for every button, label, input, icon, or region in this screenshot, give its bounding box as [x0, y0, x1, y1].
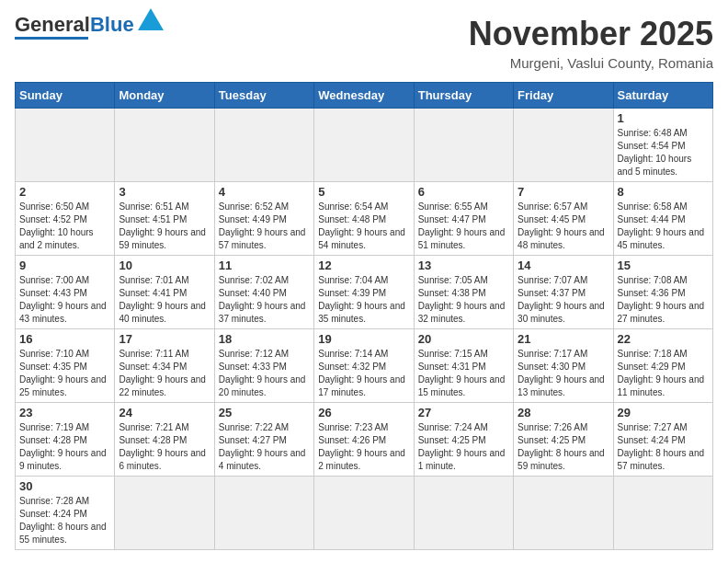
calendar-cell: 7Sunrise: 6:57 AM Sunset: 4:45 PM Daylig… [514, 182, 613, 256]
calendar-cell: 16Sunrise: 7:10 AM Sunset: 4:35 PM Dayli… [16, 329, 115, 403]
calendar-cell: 30Sunrise: 7:28 AM Sunset: 4:24 PM Dayli… [16, 477, 115, 550]
calendar-cell: 20Sunrise: 7:15 AM Sunset: 4:31 PM Dayli… [414, 329, 513, 403]
calendar-cell [16, 109, 115, 182]
day-number: 7 [518, 185, 609, 199]
calendar-cell: 4Sunrise: 6:52 AM Sunset: 4:49 PM Daylig… [214, 182, 313, 256]
day-info: Sunrise: 7:24 AM Sunset: 4:25 PM Dayligh… [418, 421, 509, 473]
day-info: Sunrise: 7:00 AM Sunset: 4:43 PM Dayligh… [19, 274, 110, 326]
day-info: Sunrise: 7:26 AM Sunset: 4:25 PM Dayligh… [518, 421, 609, 473]
logo-triangle-icon [138, 8, 164, 30]
day-info: Sunrise: 6:57 AM Sunset: 4:45 PM Dayligh… [518, 201, 609, 252]
day-info: Sunrise: 7:10 AM Sunset: 4:35 PM Dayligh… [19, 348, 110, 399]
logo: GeneralBlue [15, 15, 164, 40]
day-number: 25 [219, 406, 310, 419]
calendar-cell: 26Sunrise: 7:23 AM Sunset: 4:26 PM Dayli… [314, 403, 414, 477]
weekday-header-tuesday: Tuesday [214, 83, 313, 109]
day-number: 18 [219, 332, 310, 346]
calendar-cell: 23Sunrise: 7:19 AM Sunset: 4:28 PM Dayli… [16, 403, 115, 477]
calendar-cell: 12Sunrise: 7:04 AM Sunset: 4:39 PM Dayli… [314, 256, 414, 329]
calendar-cell: 10Sunrise: 7:01 AM Sunset: 4:41 PM Dayli… [115, 256, 214, 329]
week-row-0: 1Sunrise: 6:48 AM Sunset: 4:54 PM Daylig… [16, 109, 713, 182]
day-info: Sunrise: 7:23 AM Sunset: 4:26 PM Dayligh… [318, 421, 409, 473]
day-info: Sunrise: 7:05 AM Sunset: 4:38 PM Dayligh… [418, 274, 509, 326]
week-row-2: 9Sunrise: 7:00 AM Sunset: 4:43 PM Daylig… [16, 256, 713, 329]
calendar-cell: 18Sunrise: 7:12 AM Sunset: 4:33 PM Dayli… [214, 329, 313, 403]
weekday-header-wednesday: Wednesday [314, 83, 414, 109]
day-number: 16 [19, 332, 110, 346]
calendar-cell: 1Sunrise: 6:48 AM Sunset: 4:54 PM Daylig… [613, 109, 712, 182]
day-info: Sunrise: 6:50 AM Sunset: 4:52 PM Dayligh… [19, 201, 110, 252]
day-info: Sunrise: 7:07 AM Sunset: 4:37 PM Dayligh… [518, 274, 609, 326]
calendar-cell: 28Sunrise: 7:26 AM Sunset: 4:25 PM Dayli… [514, 403, 613, 477]
day-number: 1 [618, 111, 709, 125]
day-info: Sunrise: 7:28 AM Sunset: 4:24 PM Dayligh… [19, 495, 110, 546]
day-number: 12 [318, 259, 409, 272]
calendar-table: SundayMondayTuesdayWednesdayThursdayFrid… [15, 82, 713, 550]
calendar-cell: 15Sunrise: 7:08 AM Sunset: 4:36 PM Dayli… [613, 256, 712, 329]
calendar-cell [214, 477, 313, 550]
calendar-cell: 6Sunrise: 6:55 AM Sunset: 4:47 PM Daylig… [414, 182, 513, 256]
calendar-cell [314, 477, 414, 550]
day-number: 21 [518, 332, 609, 346]
day-info: Sunrise: 7:17 AM Sunset: 4:30 PM Dayligh… [518, 348, 609, 399]
day-info: Sunrise: 7:14 AM Sunset: 4:32 PM Dayligh… [318, 348, 409, 399]
calendar-cell [115, 477, 214, 550]
day-number: 14 [518, 259, 609, 272]
day-info: Sunrise: 7:12 AM Sunset: 4:33 PM Dayligh… [219, 348, 310, 399]
calendar-cell [414, 477, 513, 550]
week-row-5: 30Sunrise: 7:28 AM Sunset: 4:24 PM Dayli… [16, 477, 713, 550]
day-number: 27 [418, 406, 509, 419]
calendar-cell: 29Sunrise: 7:27 AM Sunset: 4:24 PM Dayli… [613, 403, 712, 477]
day-number: 24 [119, 406, 210, 419]
day-number: 22 [618, 332, 709, 346]
calendar-cell [214, 109, 313, 182]
day-number: 5 [318, 185, 409, 199]
day-info: Sunrise: 7:01 AM Sunset: 4:41 PM Dayligh… [119, 274, 210, 326]
calendar-cell [514, 109, 613, 182]
day-info: Sunrise: 6:51 AM Sunset: 4:51 PM Dayligh… [119, 201, 210, 252]
day-number: 10 [119, 259, 210, 272]
calendar-cell [115, 109, 214, 182]
day-number: 13 [418, 259, 509, 272]
logo-underline [15, 37, 88, 40]
page-header: GeneralBlue November 2025 Murgeni, Vaslu… [15, 15, 713, 71]
calendar-cell: 14Sunrise: 7:07 AM Sunset: 4:37 PM Dayli… [514, 256, 613, 329]
day-info: Sunrise: 7:15 AM Sunset: 4:31 PM Dayligh… [418, 348, 509, 399]
day-number: 2 [19, 185, 110, 199]
day-number: 8 [618, 185, 709, 199]
day-number: 28 [518, 406, 609, 419]
week-row-3: 16Sunrise: 7:10 AM Sunset: 4:35 PM Dayli… [16, 329, 713, 403]
day-info: Sunrise: 7:08 AM Sunset: 4:36 PM Dayligh… [618, 274, 709, 326]
calendar-cell: 21Sunrise: 7:17 AM Sunset: 4:30 PM Dayli… [514, 329, 613, 403]
day-number: 19 [318, 332, 409, 346]
day-info: Sunrise: 7:04 AM Sunset: 4:39 PM Dayligh… [318, 274, 409, 326]
calendar-cell [414, 109, 513, 182]
title-area: November 2025 Murgeni, Vaslui County, Ro… [469, 15, 713, 71]
calendar-cell: 13Sunrise: 7:05 AM Sunset: 4:38 PM Dayli… [414, 256, 513, 329]
day-info: Sunrise: 6:54 AM Sunset: 4:48 PM Dayligh… [318, 201, 409, 252]
day-number: 23 [19, 406, 110, 419]
day-info: Sunrise: 6:48 AM Sunset: 4:54 PM Dayligh… [618, 127, 709, 178]
calendar-cell: 22Sunrise: 7:18 AM Sunset: 4:29 PM Dayli… [613, 329, 712, 403]
weekday-header-friday: Friday [514, 83, 613, 109]
day-info: Sunrise: 6:52 AM Sunset: 4:49 PM Dayligh… [219, 201, 310, 252]
day-info: Sunrise: 7:02 AM Sunset: 4:40 PM Dayligh… [219, 274, 310, 326]
calendar-cell: 9Sunrise: 7:00 AM Sunset: 4:43 PM Daylig… [16, 256, 115, 329]
day-number: 30 [19, 479, 110, 493]
day-number: 6 [418, 185, 509, 199]
calendar-cell: 5Sunrise: 6:54 AM Sunset: 4:48 PM Daylig… [314, 182, 414, 256]
weekday-header-row: SundayMondayTuesdayWednesdayThursdayFrid… [16, 83, 713, 109]
day-info: Sunrise: 7:11 AM Sunset: 4:34 PM Dayligh… [119, 348, 210, 399]
weekday-header-monday: Monday [115, 83, 214, 109]
svg-marker-0 [138, 8, 164, 30]
day-info: Sunrise: 6:55 AM Sunset: 4:47 PM Dayligh… [418, 201, 509, 252]
weekday-header-sunday: Sunday [16, 83, 115, 109]
day-info: Sunrise: 7:21 AM Sunset: 4:28 PM Dayligh… [119, 421, 210, 473]
day-number: 29 [618, 406, 709, 419]
day-info: Sunrise: 7:19 AM Sunset: 4:28 PM Dayligh… [19, 421, 110, 473]
day-info: Sunrise: 6:58 AM Sunset: 4:44 PM Dayligh… [618, 201, 709, 252]
day-number: 17 [119, 332, 210, 346]
day-number: 26 [318, 406, 409, 419]
week-row-1: 2Sunrise: 6:50 AM Sunset: 4:52 PM Daylig… [16, 182, 713, 256]
weekday-header-thursday: Thursday [414, 83, 513, 109]
